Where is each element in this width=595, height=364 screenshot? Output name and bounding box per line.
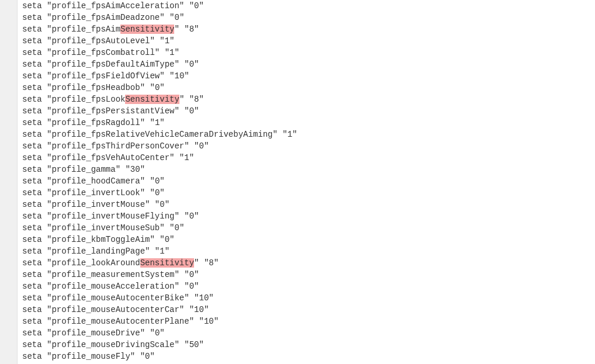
seta-cmd: seta (22, 25, 42, 34)
config-line[interactable]: seta "profile_fpsAimAcceleration" "0" (22, 0, 590, 12)
config-line[interactable]: seta "profile_mouseAutocenterBike" "10" (22, 292, 590, 304)
config-value: 8 (189, 25, 194, 34)
config-value: 50 (189, 340, 199, 349)
config-line[interactable]: seta "profile_fpsAimDeadzone" "0" (22, 12, 590, 23)
seta-cmd: seta (22, 36, 42, 46)
seta-cmd: seta (22, 165, 42, 174)
seta-cmd: seta (22, 200, 42, 209)
config-key: profile_fpsPersistantView (51, 106, 174, 116)
config-key: profile_fpsThirdPersonCover (51, 141, 184, 151)
config-line[interactable]: seta "profile_fpsThirdPersonCover" "0" (22, 140, 590, 152)
config-key: profile_invertMouse (51, 200, 145, 209)
config-key: profile_invertMouseFlying (51, 212, 174, 221)
config-key: profile_mouseAutocenterCar (51, 305, 179, 314)
seta-cmd: seta (22, 282, 42, 291)
config-line[interactable]: seta "profile_fpsAimSensitivity" "8" (22, 23, 590, 35)
seta-cmd: seta (22, 188, 42, 197)
config-key: profile_mouseDrivingScale (51, 340, 174, 349)
config-key: profile_fpsAim (51, 25, 120, 34)
config-line[interactable]: seta "profile_invertMouseSub" "0" (22, 222, 590, 234)
config-line[interactable]: seta "profile_fpsPersistantView" "0" (22, 105, 590, 117)
config-line[interactable]: seta "profile_gamma" "30" (22, 164, 590, 175)
config-value: 0 (155, 328, 160, 338)
config-value: 10 (204, 317, 214, 326)
config-key: profile_fpsRagdoll (51, 118, 140, 127)
config-key: profile_fpsAimAcceleration (51, 1, 179, 11)
config-line[interactable]: seta "profile_fpsCombatroll" "1" (22, 47, 590, 58)
seta-cmd: seta (22, 1, 42, 11)
config-key: profile_fpsRelativeVehicleCameraDrivebyA… (51, 130, 272, 139)
config-key: profile_kbmToggleAim (51, 235, 150, 244)
config-value: 0 (189, 106, 194, 116)
seta-cmd: seta (22, 305, 42, 314)
config-value: 0 (189, 212, 194, 221)
config-value: 0 (155, 188, 160, 197)
seta-cmd: seta (22, 153, 42, 162)
seta-cmd: seta (22, 83, 42, 92)
seta-cmd: seta (22, 60, 42, 69)
config-line[interactable]: seta "profile_fpsFieldOfView" "10" (22, 70, 590, 82)
config-line[interactable]: seta "profile_mouseDrivingScale" "50" (22, 339, 590, 351)
config-line[interactable]: seta "profile_fpsLookSensitivity" "8" (22, 93, 590, 105)
config-key: profile_fpsVehAutoCenter (51, 153, 169, 162)
seta-cmd: seta (22, 95, 42, 104)
config-line[interactable]: seta "profile_measurementSystem" "0" (22, 269, 590, 280)
seta-cmd: seta (22, 176, 42, 186)
config-line[interactable]: seta "profile_mouseAutocenterPlane" "10" (22, 316, 590, 327)
seta-cmd: seta (22, 340, 42, 349)
config-value: 1 (169, 48, 174, 57)
config-key: profile_fpsAimDeadzone (51, 13, 160, 22)
seta-cmd: seta (22, 317, 42, 326)
config-key: profile_measurementSystem (51, 270, 174, 279)
config-value: 0 (174, 223, 179, 233)
config-line[interactable]: seta "profile_fpsRagdoll" "1" (22, 117, 590, 129)
seta-cmd: seta (22, 141, 42, 151)
config-key: profile_mouseFly (51, 352, 130, 361)
config-line[interactable]: seta "profile_fpsAutoLevel" "1" (22, 35, 590, 47)
config-value: 0 (155, 83, 160, 92)
config-line[interactable]: seta "profile_hoodCamera" "0" (22, 175, 590, 187)
config-line[interactable]: seta "profile_mouseFly" "0" (22, 351, 590, 362)
config-value: 0 (160, 200, 164, 209)
config-value: 0 (174, 13, 179, 22)
config-value: 0 (145, 352, 150, 361)
seta-cmd: seta (22, 130, 42, 139)
config-line[interactable]: seta "profile_fpsDefaultAimType" "0" (22, 58, 590, 70)
seta-cmd: seta (22, 270, 42, 279)
config-value: 30 (130, 165, 140, 174)
config-line[interactable]: seta "profile_fpsHeadbob" "0" (22, 82, 590, 93)
config-line[interactable]: seta "profile_mouseDrive" "0" (22, 327, 590, 339)
config-line[interactable]: seta "profile_lookAroundSensitivity" "8" (22, 257, 590, 269)
config-key: profile_fpsCombatroll (51, 48, 154, 57)
config-value: 1 (155, 118, 160, 127)
config-key: profile_hoodCamera (51, 176, 140, 186)
config-key: profile_invertMouseSub (51, 223, 160, 233)
search-match-highlight: Sensitivity (140, 258, 194, 268)
seta-cmd: seta (22, 13, 42, 22)
config-line[interactable]: seta "profile_kbmToggleAim" "0" (22, 234, 590, 245)
seta-cmd: seta (22, 352, 42, 361)
editor-content[interactable]: seta "profile_fpsAimAcceleration" "0"set… (18, 0, 595, 364)
line-number-gutter (0, 0, 18, 364)
config-line[interactable]: seta "profile_invertLook" "0" (22, 187, 590, 199)
config-key: profile_fpsDefaultAimType (51, 60, 174, 69)
config-value: 10 (199, 293, 209, 303)
search-match-highlight: Sensitivity (125, 95, 179, 104)
config-line[interactable]: seta "profile_fpsRelativeVehicleCameraDr… (22, 129, 590, 140)
config-value: 0 (189, 282, 194, 291)
config-key: profile_fpsFieldOfView (51, 71, 160, 81)
config-key: profile_gamma (51, 165, 115, 174)
config-value: 1 (288, 130, 292, 139)
config-line[interactable]: seta "profile_landingPage" "1" (22, 245, 590, 257)
config-value: 0 (165, 235, 169, 244)
config-value: 8 (209, 258, 213, 268)
config-line[interactable]: seta "profile_mouseAutocenterCar" "10" (22, 304, 590, 316)
config-line[interactable]: seta "profile_invertMouse" "0" (22, 199, 590, 210)
config-line[interactable]: seta "profile_fpsVehAutoCenter" "1" (22, 152, 590, 164)
config-line[interactable]: seta "profile_invertMouseFlying" "0" (22, 210, 590, 222)
seta-cmd: seta (22, 235, 42, 244)
config-value: 0 (189, 60, 194, 69)
config-value: 0 (194, 1, 199, 11)
config-line[interactable]: seta "profile_mouseAcceleration" "0" (22, 280, 590, 292)
config-value: 10 (194, 305, 204, 314)
